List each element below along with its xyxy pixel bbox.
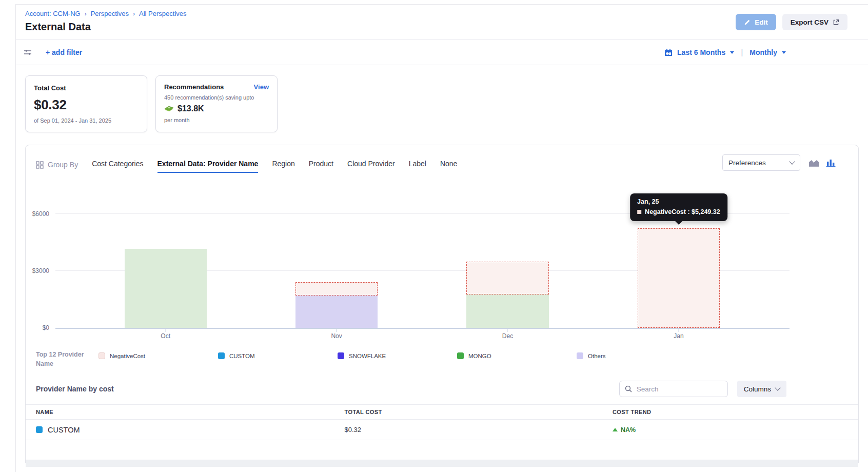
- y-axis-tick-label: $3000: [26, 267, 49, 274]
- divider: |: [741, 48, 743, 57]
- table-title: Provider Name by cost: [36, 385, 619, 393]
- legend-item-custom[interactable]: CUSTOM: [218, 352, 338, 359]
- chart-x-axis: OctNovDecJan: [55, 329, 790, 342]
- grid-icon: [36, 161, 44, 169]
- chart-tooltip: Jan, 25 NegativeCost : $5,249.32: [630, 193, 727, 221]
- table-footer-strip: [26, 460, 858, 467]
- external-link-icon: [833, 19, 839, 26]
- provider-name: CUSTOM: [48, 426, 80, 434]
- bar-dec-negativecost[interactable]: [466, 262, 548, 295]
- edit-button[interactable]: Edit: [736, 14, 776, 30]
- group-by-tabs: Cost CategoriesExternal Data: Provider N…: [92, 160, 457, 173]
- group-by-label: Group By: [48, 161, 78, 169]
- bar-oct-mongo[interactable]: [125, 249, 207, 328]
- time-controls: Last 6 Months | Monthly: [664, 48, 786, 57]
- group-by-label-wrap: Group By: [36, 161, 78, 173]
- caret-down-icon[interactable]: [782, 51, 786, 54]
- columns-button[interactable]: Columns: [737, 381, 786, 397]
- bar-nov-others[interactable]: [295, 296, 378, 328]
- legend-title: Top 12 Provider Name: [36, 350, 98, 368]
- legend-item-mongo[interactable]: MONGO: [457, 352, 577, 359]
- total-cost-period: of Sep 01, 2024 - Jan 31, 2025: [34, 117, 139, 124]
- time-range-selector[interactable]: Last 6 Months: [677, 48, 725, 56]
- export-csv-label: Export CSV: [791, 18, 828, 26]
- legend-label: MONGO: [468, 353, 491, 359]
- provider-name-cell: CUSTOM: [36, 426, 345, 434]
- cost-trend-cell: NA%: [613, 426, 848, 434]
- page-header: Account: CCM-NG›Perspectives›All Perspec…: [16, 5, 868, 40]
- legend-item-negativecost[interactable]: NegativeCost: [98, 352, 218, 359]
- tab-region[interactable]: Region: [272, 160, 294, 173]
- total-cost-card: Total Cost $0.32 of Sep 01, 2024 - Jan 3…: [25, 75, 147, 132]
- legend-swatch: [577, 352, 583, 359]
- tab-label[interactable]: Label: [409, 160, 426, 173]
- legend-swatch: [98, 352, 105, 359]
- column-header-total-cost[interactable]: TOTAL COST: [345, 409, 613, 415]
- export-csv-button[interactable]: Export CSV: [782, 14, 847, 30]
- tooltip-title: Jan, 25: [637, 198, 720, 205]
- area-chart-icon[interactable]: [808, 158, 819, 167]
- bar-dec-mongo[interactable]: [466, 294, 548, 328]
- legend-label: SNOWFLAKE: [349, 353, 386, 359]
- header-buttons: Edit Export CSV: [736, 14, 847, 30]
- add-filter-button[interactable]: + add filter: [46, 48, 82, 56]
- filter-bar: + add filter Last 6 Months | Monthly: [16, 40, 868, 65]
- search-icon: [625, 385, 632, 392]
- caret-down-icon[interactable]: [730, 51, 734, 54]
- breadcrumb-item[interactable]: Perspectives: [91, 10, 129, 17]
- tooltip-series-marker: [637, 210, 641, 214]
- provider-color-marker: [36, 426, 43, 433]
- chart-controls: Preferences: [722, 154, 836, 173]
- breadcrumb-separator: ›: [133, 10, 135, 17]
- recommendations-line1: 450 recommendation(s) saving upto: [164, 94, 269, 101]
- chart-legend: Top 12 Provider Name NegativeCostCUSTOMS…: [26, 350, 858, 368]
- x-axis-label: Jan: [674, 332, 683, 340]
- tab-cost-categories[interactable]: Cost Categories: [92, 160, 143, 173]
- view-recommendations-link[interactable]: View: [254, 83, 269, 91]
- summary-cards: Total Cost $0.32 of Sep 01, 2024 - Jan 3…: [16, 65, 868, 143]
- tab-cloud-provider[interactable]: Cloud Provider: [347, 160, 395, 173]
- header-left: Account: CCM-NG›Perspectives›All Perspec…: [25, 10, 187, 33]
- chart-plot: Jan, 25 NegativeCost : $5,249.32 $0$3000…: [55, 187, 790, 329]
- page-title: External Data: [25, 21, 187, 33]
- bar-nov-negativecost[interactable]: [295, 282, 378, 296]
- tab-external-data-provider-name[interactable]: External Data: Provider Name: [157, 160, 259, 173]
- breadcrumb-item[interactable]: Account: CCM-NG: [25, 10, 81, 17]
- total-cost-value: $0.32: [34, 97, 139, 113]
- chart-legend-items: NegativeCostCUSTOMSNOWFLAKEMONGOOthers: [98, 350, 848, 359]
- legend-label: Others: [588, 353, 606, 359]
- column-header-cost-trend[interactable]: COST TREND: [613, 409, 848, 415]
- trend-up-icon: [613, 428, 618, 431]
- preferences-dropdown[interactable]: Preferences: [722, 154, 800, 171]
- tab-none[interactable]: None: [440, 160, 457, 173]
- group-by-row: Group By Cost CategoriesExternal Data: P…: [26, 145, 858, 173]
- y-axis-tick-label: $6000: [26, 210, 49, 218]
- app-window: Account: CCM-NG›Perspectives›All Perspec…: [15, 4, 868, 472]
- search-input[interactable]: [636, 385, 728, 394]
- recommendations-savings: $13.8K: [177, 104, 204, 113]
- bar-jan-negativecost[interactable]: [638, 228, 720, 328]
- breadcrumb-item[interactable]: All Perspectives: [139, 10, 186, 17]
- legend-swatch: [218, 352, 225, 359]
- column-header-name[interactable]: NAME: [36, 409, 345, 415]
- legend-swatch: [338, 352, 344, 359]
- legend-item-others[interactable]: Others: [577, 352, 696, 359]
- chart-panel: Group By Cost CategoriesExternal Data: P…: [25, 145, 859, 463]
- x-axis-label: Oct: [161, 332, 170, 340]
- bar-chart-icon[interactable]: [826, 158, 836, 167]
- table-controls: Provider Name by cost Columns: [26, 368, 858, 404]
- columns-button-label: Columns: [744, 385, 771, 393]
- y-axis-tick-label: $0: [26, 324, 49, 331]
- tab-product[interactable]: Product: [309, 160, 333, 173]
- filter-settings-icon[interactable]: [23, 48, 32, 57]
- search-box[interactable]: [619, 381, 728, 397]
- stacked-bar-chart: Jan, 25 NegativeCost : $5,249.32 $0$3000…: [26, 187, 858, 342]
- x-axis-label: Nov: [331, 332, 342, 340]
- granularity-selector[interactable]: Monthly: [749, 48, 777, 56]
- legend-item-snowflake[interactable]: SNOWFLAKE: [338, 352, 457, 359]
- legend-label: NegativeCost: [110, 353, 145, 359]
- trend-value: NA%: [621, 426, 636, 434]
- edit-button-label: Edit: [755, 18, 768, 26]
- table-body: CUSTOM$0.32NA%: [26, 420, 858, 440]
- table-row[interactable]: CUSTOM$0.32NA%: [26, 420, 858, 440]
